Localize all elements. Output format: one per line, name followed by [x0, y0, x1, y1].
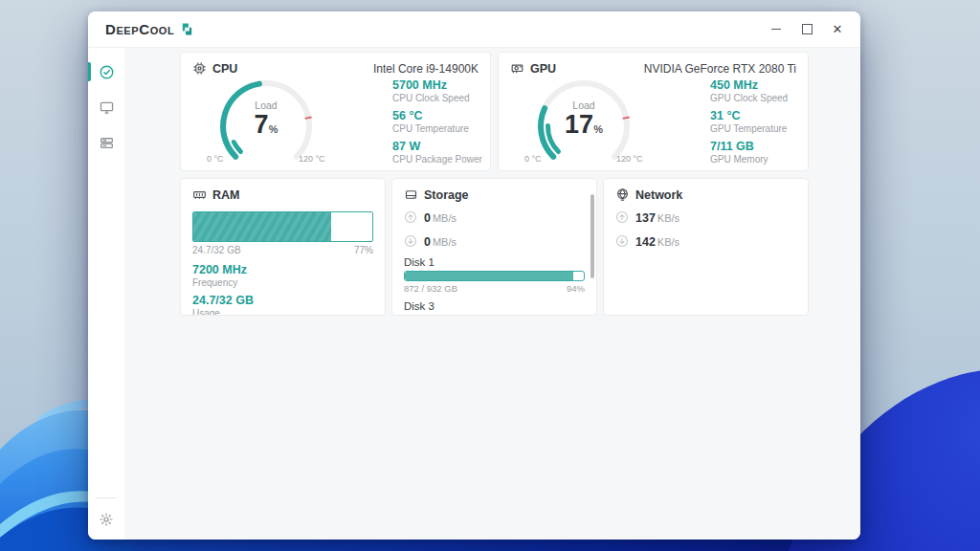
gpu-icon	[510, 61, 524, 76]
gpu-card: GPU NVIDIA GeForce RTX 2080 Ti	[498, 52, 809, 171]
cpu-stat-clock: 5700 MHzCPU Clock Speed	[392, 78, 479, 103]
disk1-capacity: 872 / 932 GB	[404, 283, 457, 294]
deepcool-logo-icon	[180, 22, 194, 36]
storage-card-title: Storage	[424, 188, 469, 202]
sidebar-bottom	[88, 497, 124, 540]
gpu-device-name: NVIDIA GeForce RTX 2080 Ti	[644, 62, 796, 76]
disk1-bar	[404, 271, 585, 281]
cpu-card-title: CPU	[212, 62, 237, 76]
monitor-icon	[99, 99, 115, 116]
window-controls: ✕	[761, 16, 853, 43]
gpu-gauge-min: 0 °C	[524, 154, 542, 164]
gear-icon	[99, 512, 114, 527]
logo-text: DeepCool	[105, 21, 174, 37]
gpu-stat-clock: 450 MHzGPU Clock Speed	[710, 78, 796, 103]
storage-read-speed: 0MB/s	[404, 209, 585, 226]
ram-usage-text: 24.7/32 GB	[192, 245, 241, 255]
gpu-gauge-max: 120 °C	[616, 154, 643, 164]
storage-write-speed: 0MB/s	[404, 232, 585, 250]
app-logo: DeepCool	[105, 21, 194, 37]
network-card: Network 137KB/s 142KB/s	[603, 178, 809, 316]
ram-icon	[192, 187, 207, 202]
check-circle-icon	[99, 64, 115, 80]
disk-item-3: Disk 3 0 / 0 GB NaN%	[404, 300, 585, 316]
gpu-card-title: GPU	[530, 62, 556, 76]
cpu-gauge-min: 0 °C	[207, 154, 224, 164]
ram-usage-bar	[192, 211, 373, 242]
close-button[interactable]: ✕	[822, 16, 853, 43]
cpu-stat-temp: 56 °CCPU Temperature	[392, 109, 479, 134]
sidebar-item-dashboard[interactable]	[88, 57, 124, 86]
sidebar-divider	[96, 497, 117, 498]
titlebar: DeepCool ✕	[88, 11, 860, 48]
network-card-title: Network	[635, 188, 682, 202]
active-indicator	[88, 62, 91, 81]
close-icon: ✕	[833, 23, 843, 35]
cpu-chip-icon	[192, 61, 207, 76]
maximize-button[interactable]	[791, 16, 822, 43]
disk1-percent: 94%	[567, 283, 585, 294]
dashboard-content: CPU Intel Core i9-14900K	[124, 48, 860, 540]
ram-usage-percent: 77%	[354, 245, 373, 255]
cpu-card: CPU Intel Core i9-14900K	[180, 52, 491, 171]
desktop: DeepCool ✕	[0, 0, 980, 551]
ram-card: RAM 24.7/32 GB 77% 7200 MHzFrequency	[180, 178, 386, 316]
gpu-gauge: Load 17% 0 °C 120 °C	[512, 76, 656, 167]
sidebar-item-devices[interactable]	[88, 93, 124, 121]
cpu-gauge: Load 7% 0 °C 120 °C	[194, 76, 338, 167]
storage-scrollbar[interactable]	[590, 194, 594, 278]
cpu-device-name: Intel Core i9-14900K	[373, 62, 479, 76]
settings-button[interactable]	[88, 507, 124, 532]
sidebar	[88, 48, 124, 540]
arrow-down-circle-icon	[615, 234, 629, 248]
gpu-stat-memory: 7/11 GBGPU Memory	[710, 140, 796, 165]
minimize-icon	[771, 29, 781, 30]
ram-stat-usage: 24.7/32 GBUsage	[192, 294, 373, 316]
arrow-up-circle-icon	[404, 210, 417, 224]
arrow-down-circle-icon	[404, 234, 417, 248]
disk3-bar	[404, 315, 585, 316]
sidebar-item-cooling[interactable]	[88, 128, 124, 157]
cpu-gauge-max: 120 °C	[299, 154, 325, 164]
storage-drive-icon	[404, 187, 418, 202]
chassis-icon	[99, 135, 115, 151]
storage-card: Storage 0MB/s 0MB/s	[391, 178, 597, 316]
maximize-icon	[802, 24, 813, 34]
ram-stat-frequency: 7200 MHzFrequency	[192, 263, 373, 288]
arrow-up-circle-icon	[615, 210, 629, 224]
disk-item-1: Disk 1 872 / 932 GB 94%	[404, 256, 585, 294]
cpu-stat-power: 87 WCPU Package Power	[392, 140, 479, 165]
network-upload-speed: 137KB/s	[615, 209, 796, 226]
gpu-stat-temp: 31 °CGPU Temperature	[710, 109, 796, 134]
app-window: DeepCool ✕	[88, 11, 860, 540]
network-icon	[615, 187, 630, 202]
ram-usage-fill	[193, 212, 331, 241]
minimize-button[interactable]	[761, 16, 791, 43]
ram-card-title: RAM	[212, 188, 239, 202]
network-download-speed: 142KB/s	[615, 232, 796, 250]
